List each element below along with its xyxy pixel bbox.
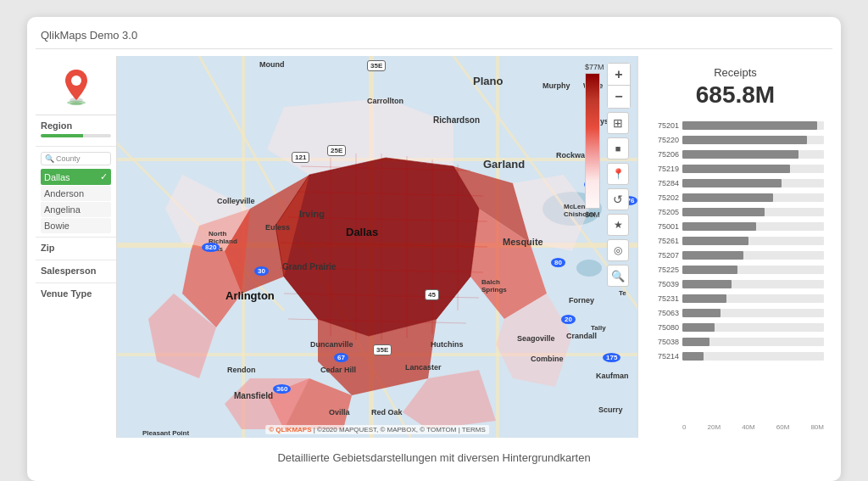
bar-track	[682, 208, 824, 216]
bar-track	[682, 323, 824, 332]
svg-point-6	[576, 260, 602, 277]
county-item-angelina[interactable]: Angelina	[41, 202, 111, 217]
star-button[interactable]: ★	[607, 214, 629, 236]
bar-fill	[682, 338, 709, 346]
shield-45: 45	[425, 289, 439, 300]
app-logo	[57, 66, 96, 105]
county-angelina-label: Angelina	[44, 204, 81, 215]
bar-track	[682, 136, 824, 144]
bar-label: 75261	[647, 237, 679, 245]
bar-track	[682, 165, 824, 173]
location-button[interactable]: 📍	[607, 163, 629, 185]
bar-track	[682, 338, 824, 346]
svg-point-1	[71, 76, 81, 86]
legend-gradient	[585, 73, 600, 209]
county-filter[interactable]: 🔍 County Dallas ✓ Anderson Angelina	[36, 147, 116, 238]
bar-fill	[682, 136, 807, 144]
bar-row: 75225	[647, 264, 824, 276]
region-bar	[41, 134, 111, 137]
bar-row: 75080	[647, 322, 824, 333]
salesperson-filter: Salesperson	[36, 260, 116, 283]
bar-label: 75063	[647, 309, 679, 317]
county-item-anderson[interactable]: Anderson	[41, 186, 111, 201]
county-item-bowie[interactable]: Bowie	[41, 218, 111, 233]
bar-label: 75205	[647, 208, 679, 216]
bar-fill	[682, 121, 817, 130]
x-label-80m: 80M	[810, 423, 824, 431]
county-list: Dallas ✓ Anderson Angelina Bowie	[41, 169, 111, 233]
bar-row: 75201	[647, 120, 824, 131]
bar-label: 75201	[647, 121, 679, 130]
bar-row: 75001	[647, 221, 824, 232]
bar-fill	[682, 280, 732, 288]
search-icon: 🔍	[45, 154, 54, 163]
bar-track	[682, 237, 824, 245]
county-search-label: County	[56, 154, 81, 163]
map-attribution: © QLIKMAPS | ©2020 MAPQUEST, © MAPBOX, ©…	[265, 425, 489, 434]
county-bowie-label: Bowie	[44, 221, 70, 231]
zip-filter: Zip	[36, 238, 116, 260]
bar-track	[682, 251, 824, 260]
bar-track	[682, 280, 824, 288]
qlikmaps-link[interactable]: © QLIKMAPS	[269, 426, 311, 433]
bar-fill	[682, 222, 756, 231]
search-map-button[interactable]: 🔍	[607, 265, 629, 287]
x-label-0: 0	[682, 423, 686, 431]
county-item-dallas[interactable]: Dallas ✓	[41, 169, 111, 185]
shield-121: 121	[292, 152, 309, 163]
bar-label: 75231	[647, 294, 679, 303]
bar-row: 75261	[647, 235, 824, 247]
zoom-in-button[interactable]: +	[608, 64, 630, 86]
title-bar: QlikMaps Demo 3.0	[36, 25, 832, 49]
bar-track	[682, 179, 824, 187]
bar-label: 75202	[647, 193, 679, 202]
shield-25e: 25E	[327, 145, 346, 156]
venue-filter: Venue Type	[36, 283, 116, 305]
x-label-20m: 20M	[708, 423, 721, 431]
bar-row: 75202	[647, 192, 824, 204]
chart-title: Receipts	[647, 66, 824, 79]
region-filter: Region	[36, 115, 116, 147]
bar-label: 75080	[647, 323, 679, 332]
map-background	[117, 56, 637, 438]
legend-max: $77M	[585, 63, 600, 71]
x-label-40m: 40M	[742, 423, 755, 431]
county-dallas-label: Dallas	[44, 172, 70, 182]
bar-row: 75038	[647, 336, 824, 348]
zoom-out-button[interactable]: −	[608, 86, 630, 108]
attribution-text: | ©2020 MAPQUEST, © MAPBOX, © TOMTOM | T…	[314, 426, 486, 433]
county-anderson-label: Anderson	[44, 188, 84, 199]
checkmark-icon: ✓	[100, 171, 108, 182]
county-search[interactable]: 🔍 County	[41, 152, 111, 165]
bar-fill	[682, 237, 748, 245]
bar-row: 75219	[647, 163, 824, 175]
logo-area	[36, 56, 116, 115]
chart-x-axis: 0 20M 40M 60M 80M	[647, 423, 824, 431]
right-panel: Receipts 685.8M 752017522075206752197528…	[637, 56, 832, 438]
shield-35e-south: 35E	[373, 344, 392, 355]
bar-row: 75207	[647, 249, 824, 261]
shield-30-arlington: 30	[254, 266, 269, 276]
square-button[interactable]: ■	[607, 137, 629, 159]
main-content: Region 🔍 County Dallas ✓ Anderson	[36, 56, 832, 438]
bar-track	[682, 266, 824, 274]
shield-20: 20	[561, 315, 576, 324]
bar-track	[682, 309, 824, 317]
bar-row: 75284	[647, 177, 824, 189]
map-container[interactable]: Dallas Arlington Irving Grand Prairie Ga…	[117, 56, 637, 438]
shield-35e-north: 35E	[367, 60, 386, 71]
bar-fill	[682, 208, 765, 216]
bar-fill	[682, 251, 743, 260]
target-button[interactable]: ◎	[607, 239, 629, 261]
bar-row: 75206	[647, 148, 824, 160]
bar-chart: 7520175220752067521975284752027520575001…	[647, 120, 824, 420]
layers-button[interactable]: ⊞	[607, 112, 629, 134]
bar-row: 75214	[647, 350, 824, 362]
left-panel: Region 🔍 County Dallas ✓ Anderson	[36, 56, 117, 438]
caption: Detaillierte Gebietsdarstellungen mit di…	[36, 446, 832, 464]
bar-label: 75001	[647, 222, 679, 231]
bar-label: 75039	[647, 280, 679, 288]
bar-track	[682, 222, 824, 231]
refresh-button[interactable]: ↺	[607, 188, 629, 210]
bar-label: 75038	[647, 338, 679, 346]
